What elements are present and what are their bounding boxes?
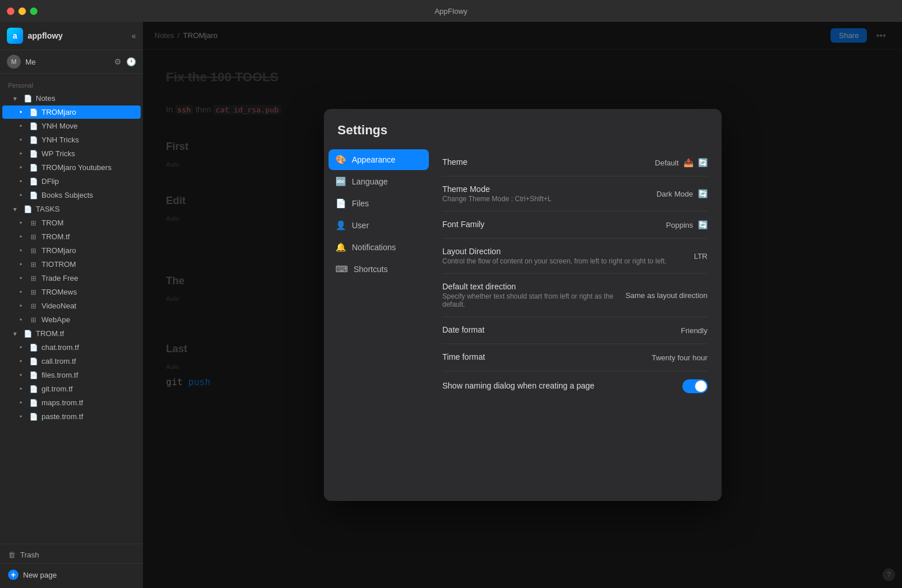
sidebar-item-ynh-tricks[interactable]: • 📄 YNH Tricks xyxy=(2,133,141,146)
settings-overlay[interactable]: Settings 🎨 Appearance 🔤 Language xyxy=(143,22,902,588)
app-logo-icon: a xyxy=(7,28,23,44)
doc-icon: 📄 xyxy=(23,95,32,103)
trash-icon: 🗑 xyxy=(8,551,16,559)
settings-nav-user[interactable]: 👤 User xyxy=(329,215,429,236)
user-icon: 👤 xyxy=(335,220,346,231)
avatar: M xyxy=(7,55,21,69)
sidebar-footer: 🗑 Trash + New page xyxy=(0,544,143,588)
theme-mode-reset-icon[interactable]: 🔄 xyxy=(698,189,708,198)
notifications-icon: 🔔 xyxy=(335,242,346,252)
sidebar-collapse-button[interactable]: « xyxy=(131,31,136,40)
settings-row-date-format: Date format Friendly xyxy=(443,317,708,344)
settings-row-font-family: Font Family Poppins 🔄 xyxy=(443,212,708,239)
sidebar-item-tasks[interactable]: ▾ 📄 TASKS xyxy=(2,202,141,216)
settings-row-theme: Theme Default 📤 🔄 xyxy=(443,149,708,176)
sidebar-item-ynh-move[interactable]: • 📄 YNH Move xyxy=(2,119,141,133)
settings-nav-shortcuts[interactable]: ⌨ Shortcuts xyxy=(329,259,429,280)
user-row: M Me ⚙ 🕐 xyxy=(0,50,143,74)
history-icon[interactable]: 🕐 xyxy=(126,57,136,66)
settings-row-layout-direction: Layout Direction Control the flow of con… xyxy=(443,239,708,274)
sidebar-item-tromews[interactable]: • ⊞ TROMews xyxy=(2,285,141,299)
sidebar-item-books-subjects[interactable]: • 📄 Books Subjects xyxy=(2,189,141,202)
theme-reset-icon[interactable]: 🔄 xyxy=(698,158,708,167)
logo-area: a appflowy xyxy=(7,28,63,44)
settings-body: 🎨 Appearance 🔤 Language 📄 Files 👤 xyxy=(324,145,722,501)
settings-row-show-naming-dialog: Show naming dialog when creating a page xyxy=(443,371,708,401)
sidebar-item-git-trom-tf[interactable]: • 📄 git.trom.tf xyxy=(2,382,141,395)
language-icon: 🔤 xyxy=(335,176,346,187)
settings-nav-notifications[interactable]: 🔔 Notifications xyxy=(329,237,429,258)
sidebar-item-tromjaro[interactable]: • 📄 TROMjaro xyxy=(2,105,141,119)
settings-row-time-format: Time format Twenty four hour xyxy=(443,344,708,371)
settings-nav-language[interactable]: 🔤 Language xyxy=(329,171,429,192)
settings-row-default-text-direction: Default text direction Specify whether t… xyxy=(443,274,708,317)
username: Me xyxy=(25,58,36,66)
sidebar-item-maps-trom-tf[interactable]: • 📄 maps.trom.tf xyxy=(2,396,141,409)
theme-export-icon[interactable]: 📤 xyxy=(684,158,693,167)
sidebar-content: Personal ▾ 📄 Notes • 📄 TROMjaro • 📄 YNH … xyxy=(0,74,143,544)
close-button[interactable] xyxy=(7,7,14,15)
sidebar-item-trade-free[interactable]: • ⊞ Trade Free xyxy=(2,272,141,285)
sidebar-item-tiotrom[interactable]: • ⊞ TIOTROM xyxy=(2,258,141,271)
new-page-icon: + xyxy=(8,570,18,580)
maximize-button[interactable] xyxy=(30,7,37,15)
toggle-knob xyxy=(695,380,707,392)
traffic-lights xyxy=(7,7,37,15)
app-layout: a appflowy « M Me ⚙ 🕐 Personal ▾ 📄 xyxy=(0,22,902,588)
sidebar-item-videoneat[interactable]: • ⊞ VideoNeat xyxy=(2,299,141,312)
settings-nav-files[interactable]: 📄 Files xyxy=(329,193,429,214)
font-reset-icon[interactable]: 🔄 xyxy=(698,220,708,229)
sidebar: a appflowy « M Me ⚙ 🕐 Personal ▾ 📄 xyxy=(0,22,143,588)
main-content: Notes / TROMjaro Share ••• Fix the 100 T… xyxy=(143,22,902,588)
sidebar-header: a appflowy « xyxy=(0,22,143,50)
shortcuts-icon: ⌨ xyxy=(335,264,348,274)
settings-modal: Settings 🎨 Appearance 🔤 Language xyxy=(324,109,722,501)
show-naming-dialog-toggle[interactable] xyxy=(682,379,708,393)
sidebar-item-webape[interactable]: • ⊞ WebApe xyxy=(2,313,141,326)
sidebar-item-trom-tf[interactable]: • ⊞ TROM.tf xyxy=(2,230,141,243)
app-title: AppFlowy xyxy=(435,7,467,16)
minimize-button[interactable] xyxy=(18,7,26,15)
settings-title: Settings xyxy=(338,123,388,137)
titlebar: AppFlowy xyxy=(0,0,902,22)
sidebar-item-trash[interactable]: 🗑 Trash xyxy=(0,546,143,563)
settings-content: Theme Default 📤 🔄 Theme Mode xyxy=(433,145,722,487)
appearance-icon: 🎨 xyxy=(335,154,346,165)
user-actions: ⚙ 🕐 xyxy=(114,57,136,66)
doc-icon: 📄 xyxy=(29,108,38,116)
user-info: M Me xyxy=(7,55,36,69)
sidebar-item-chat-trom-tf[interactable]: • 📄 chat.trom.tf xyxy=(2,341,141,354)
settings-nav-appearance[interactable]: 🎨 Appearance xyxy=(329,149,429,170)
sidebar-item-trom-tf-folder[interactable]: ▾ 📄 TROM.tf xyxy=(2,327,141,340)
settings-icon[interactable]: ⚙ xyxy=(114,57,122,66)
sidebar-item-tromjaro-youtubers[interactable]: • 📄 TROMjaro Youtubers xyxy=(2,161,141,174)
settings-header: Settings xyxy=(324,109,722,145)
settings-row-theme-mode: Theme Mode Change Theme Mode : Ctrl+Shif… xyxy=(443,176,708,212)
files-icon: 📄 xyxy=(335,198,346,209)
app-logo-text: appflowy xyxy=(28,31,63,40)
settings-nav: 🎨 Appearance 🔤 Language 📄 Files 👤 xyxy=(324,145,433,487)
sidebar-item-tromjaro2[interactable]: • ⊞ TROMjaro xyxy=(2,244,141,257)
sidebar-item-call-trom-tf[interactable]: • 📄 call.trom.tf xyxy=(2,355,141,368)
sidebar-item-paste-trom-tf[interactable]: • 📄 paste.trom.tf xyxy=(2,410,141,423)
new-page-button[interactable]: + New page xyxy=(0,563,143,586)
sidebar-item-wp-tricks[interactable]: • 📄 WP Tricks xyxy=(2,147,141,160)
sidebar-item-notes[interactable]: ▾ 📄 Notes xyxy=(2,92,141,105)
sidebar-item-trom[interactable]: • ⊞ TROM xyxy=(2,216,141,229)
sidebar-item-dflip[interactable]: • 📄 DFlip xyxy=(2,175,141,188)
sidebar-item-files-trom-tf[interactable]: • 📄 files.trom.tf xyxy=(2,368,141,382)
section-label-personal: Personal xyxy=(0,78,143,91)
bullet-icon: • xyxy=(16,108,25,116)
folder-icon: ▾ xyxy=(10,95,20,103)
